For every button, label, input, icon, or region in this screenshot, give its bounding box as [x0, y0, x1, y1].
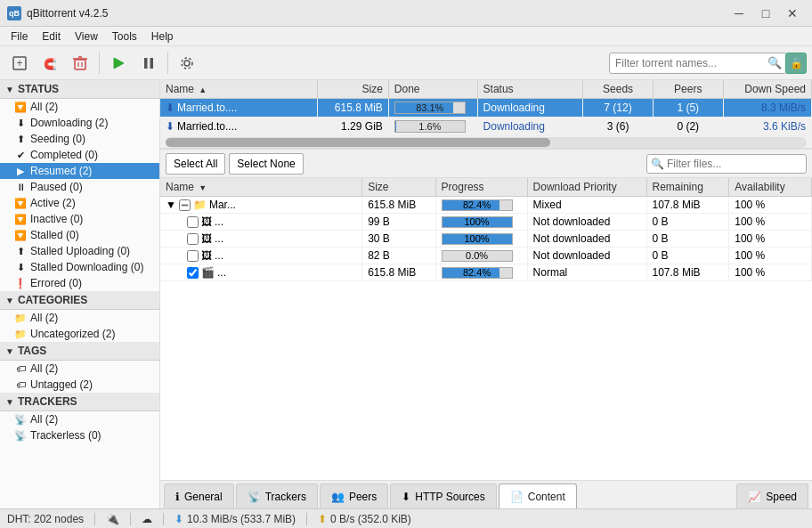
file-tree-row[interactable]: 🎬 ... 615.8 MiB 82.4%: [160, 264, 812, 281]
sidebar-item-seeding[interactable]: ⬆ Seeding (0): [0, 131, 159, 147]
file-priority: Not downloaded: [527, 214, 646, 231]
sidebar-item-stalled[interactable]: 🔽 Stalled (0): [0, 227, 159, 243]
file-progress: 82.4%: [435, 264, 527, 281]
sidebar-item-completed-label: Completed (0): [30, 149, 98, 161]
close-button[interactable]: ✕: [780, 4, 805, 23]
sidebar-item-uncategorized-label: Uncategorized (2): [30, 328, 115, 340]
resume-button[interactable]: [104, 50, 133, 77]
file-checkbox[interactable]: [187, 233, 199, 245]
sidebar-item-trackerless[interactable]: 📡 Trackerless (0): [0, 427, 159, 443]
sidebar-item-errored[interactable]: ❗ Errored (0): [0, 275, 159, 291]
delete-button[interactable]: [66, 50, 94, 77]
file-icon: 🎬: [201, 266, 215, 279]
col-peers[interactable]: Peers: [653, 80, 723, 99]
file-filter-input[interactable]: [646, 154, 807, 174]
file-progress-text: 0.0%: [466, 250, 488, 261]
menu-view[interactable]: View: [68, 28, 105, 45]
file-tree-row[interactable]: 🖼 ... 82 B 0.0% Not: [160, 248, 812, 264]
detail-search: 🔍: [644, 154, 807, 174]
tab-content[interactable]: 📄 Content: [499, 483, 577, 508]
pause-button[interactable]: [134, 50, 163, 77]
sidebar-section-trackers[interactable]: ▼ TRACKERS: [0, 393, 159, 411]
torrent-peers: 1 (5): [653, 99, 723, 118]
torrent-header-row: Name ▲ Size Done Status Seeds Peers Down…: [160, 80, 812, 99]
sidebar-item-tracker-all[interactable]: 📡 All (2): [0, 411, 159, 427]
select-none-button[interactable]: Select None: [229, 153, 303, 175]
sidebar-item-cat-all[interactable]: 📁 All (2): [0, 310, 159, 326]
toolbar: + 🧲 🔍 🔒: [0, 46, 812, 80]
torrent-row[interactable]: ⬇ Married.to.... 615.8 MiB 83.1%: [160, 99, 812, 118]
sidebar-section-tags[interactable]: ▼ TAGS: [0, 342, 159, 361]
file-checkbox[interactable]: [187, 216, 199, 228]
fcol-name[interactable]: Name ▼: [160, 178, 362, 197]
col-down-speed[interactable]: Down Speed: [723, 80, 811, 99]
file-checkbox[interactable]: [179, 199, 191, 211]
all-icon: 🔽: [14, 102, 27, 113]
fcol-progress[interactable]: Progress: [435, 178, 527, 197]
minimize-button[interactable]: ─: [727, 4, 751, 23]
pause-icon: [141, 55, 157, 71]
sidebar-item-resumed[interactable]: ▶ Resumed (2): [0, 163, 159, 179]
file-name-text: Mar...: [209, 199, 236, 211]
file-tree-row[interactable]: ▼ 📁 Mar... 615.8 MiB 82.4%: [160, 197, 812, 214]
sidebar-item-paused[interactable]: ⏸ Paused (0): [0, 179, 159, 195]
svg-text:+: +: [16, 57, 22, 69]
fcol-priority[interactable]: Download Priority: [527, 178, 646, 197]
sidebar-item-active[interactable]: 🔽 Active (2): [0, 195, 159, 211]
stalled-downloading-icon: ⬇: [14, 262, 27, 273]
sidebar-section-categories[interactable]: ▼ CATEGORIES: [0, 291, 159, 310]
expand-icon[interactable]: ▼: [166, 199, 176, 211]
gear-icon: [179, 55, 195, 71]
trackers-label: TRACKERS: [18, 395, 77, 408]
select-all-button[interactable]: Select All: [166, 153, 225, 175]
sidebar-section-status[interactable]: ▼ STATUS: [0, 80, 159, 99]
tab-peers[interactable]: 👥 Peers: [320, 483, 388, 508]
sidebar-item-stalled-downloading[interactable]: ⬇ Stalled Downloading (0): [0, 259, 159, 275]
sidebar-item-stalled-uploading[interactable]: ⬆ Stalled Uploading (0): [0, 243, 159, 259]
add-magnet-button[interactable]: 🧲: [36, 50, 64, 77]
tab-trackers[interactable]: 📡 Trackers: [236, 483, 318, 508]
menu-edit[interactable]: Edit: [35, 28, 68, 45]
menu-help[interactable]: Help: [144, 28, 181, 45]
add-torrent-button[interactable]: +: [5, 50, 34, 77]
sidebar-item-uncategorized[interactable]: 📁 Uncategorized (2): [0, 326, 159, 342]
sidebar-item-tag-all[interactable]: 🏷 All (2): [0, 361, 159, 377]
torrent-hscroll[interactable]: [160, 136, 812, 149]
search-input[interactable]: [609, 53, 787, 74]
maximize-button[interactable]: □: [753, 4, 778, 23]
sidebar-item-untagged[interactable]: 🏷 Untagged (2): [0, 377, 159, 393]
file-tree-row[interactable]: 🖼 ... 99 B 100% Not: [160, 214, 812, 231]
torrent-down-speed: 3.6 KiB/s: [723, 118, 811, 136]
col-status[interactable]: Status: [477, 80, 583, 99]
sidebar-item-completed[interactable]: ✔ Completed (0): [0, 147, 159, 163]
sidebar-item-downloading[interactable]: ⬇ Downloading (2): [0, 115, 159, 131]
options-button[interactable]: [173, 50, 201, 77]
col-size[interactable]: Size: [318, 80, 389, 99]
file-priority: Mixed: [527, 197, 646, 214]
fcol-size[interactable]: Size: [362, 178, 435, 197]
content-tab-label: Content: [528, 491, 565, 503]
fcol-remaining[interactable]: Remaining: [646, 178, 729, 197]
dl-arrow-icon: ⬇: [166, 120, 175, 133]
menu-tools[interactable]: Tools: [105, 28, 144, 45]
tab-http-sources[interactable]: ⬇ HTTP Sources: [390, 483, 496, 508]
file-checkbox[interactable]: [187, 267, 199, 279]
col-name[interactable]: Name ▲: [160, 80, 318, 99]
menu-file[interactable]: File: [4, 28, 35, 45]
col-done[interactable]: Done: [388, 80, 477, 99]
content-tab-icon: 📄: [510, 491, 524, 503]
dl-status-icon: ⬇: [175, 513, 183, 525]
tab-general[interactable]: ℹ General: [164, 483, 234, 508]
sidebar-item-inactive[interactable]: 🔽 Inactive (0): [0, 211, 159, 227]
file-checkbox[interactable]: [187, 250, 199, 262]
col-seeds[interactable]: Seeds: [583, 80, 654, 99]
torrent-row[interactable]: ⬇ Married.to.... 1.29 GiB 1.6%: [160, 118, 812, 136]
file-progress-bar: 100%: [442, 233, 513, 245]
file-tree-row[interactable]: 🖼 ... 30 B 100% Not: [160, 231, 812, 248]
lock-icon[interactable]: 🔒: [785, 53, 807, 74]
general-tab-icon: ℹ: [175, 491, 180, 503]
fcol-availability[interactable]: Availability: [729, 178, 812, 197]
tab-speed[interactable]: 📈 Speed: [736, 483, 808, 508]
sidebar-item-all[interactable]: 🔽 All (2): [0, 99, 159, 115]
sidebar-item-errored-label: Errored (0): [30, 277, 82, 289]
